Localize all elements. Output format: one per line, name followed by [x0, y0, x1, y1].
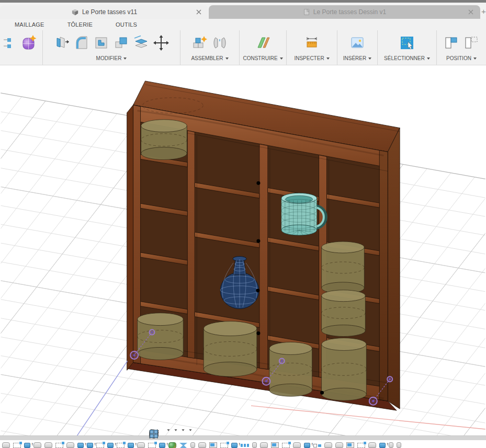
timeline-panel-icon[interactable] [209, 442, 217, 448]
timeline-panel-icon[interactable] [346, 442, 354, 448]
timeline-box-icon[interactable] [293, 442, 301, 448]
timeline-extrude-icon[interactable] [107, 443, 114, 448]
position-dropdown[interactable]: POSITION [446, 55, 477, 61]
cup-cylinder [322, 242, 365, 294]
fillet-icon[interactable] [72, 32, 92, 53]
menu-outils[interactable]: OUTILS [116, 21, 137, 28]
timeline-extrude-icon[interactable] [304, 443, 310, 448]
inspecter-dropdown[interactable]: INSPECTER [294, 55, 329, 61]
timeline-extrude-icon[interactable] [128, 443, 134, 448]
toolbar-group-selectionner: SÉLECTIONNER [378, 30, 437, 65]
x-axis-line [251, 406, 485, 429]
toolbar-group-inserer: INSÉRER [337, 30, 378, 65]
chevron-down-icon [473, 58, 477, 60]
chevron-down-icon [174, 429, 177, 431]
offset-face-icon[interactable] [131, 32, 151, 53]
toolbar-group-construire: CONSTRUIRE [240, 30, 287, 65]
select-icon[interactable] [397, 32, 417, 53]
timeline-box-icon[interactable] [137, 442, 145, 448]
timeline-box-icon[interactable] [2, 442, 10, 448]
timeline-extrude-icon[interactable] [87, 443, 93, 448]
timeline-small-icon[interactable] [389, 442, 393, 448]
timeline-sketch-icon[interactable] [117, 443, 125, 448]
tab-le-porte-tasses-v11[interactable]: Le Porte tasses v11 [0, 5, 208, 19]
menu-tolerie[interactable]: TÔLERIE [67, 21, 93, 28]
timeline-extrude-icon[interactable] [231, 443, 238, 448]
timeline-box-icon[interactable] [324, 442, 332, 448]
timeline-small-icon[interactable] [190, 442, 195, 448]
chevron-down-icon [368, 58, 371, 60]
press-pull-icon[interactable] [52, 32, 72, 53]
timeline-sketch-icon[interactable] [282, 443, 290, 448]
close-icon[interactable] [196, 9, 202, 15]
cup-cylinder [141, 120, 187, 160]
create-form-icon[interactable] [19, 32, 39, 53]
construire-dropdown[interactable]: CONSTRUIRE [243, 55, 282, 61]
timeline-extrude-icon[interactable] [24, 443, 30, 448]
timeline-box-icon[interactable] [33, 442, 41, 448]
combine-icon[interactable] [111, 32, 131, 53]
timeline-sketch-icon[interactable] [96, 443, 104, 448]
3d-scene [0, 65, 486, 435]
display-settings-button[interactable] [172, 428, 178, 432]
timeline-sketch-icon[interactable] [357, 443, 365, 448]
assembler-dropdown[interactable]: ASSEMBLER [191, 55, 228, 61]
timeline-extrude-icon[interactable] [379, 443, 386, 448]
toolbar-group-position: POSITION [437, 30, 486, 65]
timeline-form-icon[interactable] [168, 442, 176, 448]
toolbar-group-assembler: ASSEMBLER [180, 30, 240, 65]
selectionner-dropdown[interactable]: SÉLECTIONNER [384, 55, 430, 61]
chevron-down-icon [427, 58, 430, 60]
tab-title: Le Porte tasses v11 [82, 8, 137, 16]
timeline-box-icon[interactable] [198, 442, 206, 448]
z-axis-line [70, 361, 128, 435]
chevron-down-icon [280, 58, 283, 60]
insert-image-icon[interactable] [347, 32, 367, 53]
chevron-down-icon [189, 429, 191, 431]
zoom-button[interactable] [162, 429, 164, 431]
cup-cylinder [138, 313, 184, 360]
close-icon[interactable] [468, 9, 474, 15]
grid-settings-button[interactable] [179, 428, 186, 432]
move-copy-icon[interactable] [151, 32, 171, 53]
timeline-box-icon[interactable] [66, 442, 74, 448]
inserer-dropdown[interactable]: INSÉRER [343, 55, 371, 61]
joint-icon[interactable] [210, 32, 230, 53]
view-navigation-bar [148, 428, 193, 432]
capture-position-icon[interactable] [442, 32, 461, 53]
timeline-mirror-icon[interactable] [179, 443, 187, 448]
cup-cylinder [204, 321, 257, 377]
derive-icon[interactable] [4, 32, 19, 53]
timeline-sketch-icon[interactable] [220, 443, 228, 448]
shell-icon[interactable] [92, 32, 111, 53]
revert-position-icon[interactable] [461, 32, 481, 53]
timeline-small-icon[interactable] [397, 442, 401, 448]
timeline-sketch-icon[interactable] [148, 443, 156, 448]
timeline-extrude-icon[interactable] [159, 443, 165, 448]
measure-icon[interactable] [302, 32, 322, 53]
chevron-down-icon [225, 58, 229, 60]
viewports-button[interactable] [187, 428, 193, 432]
timeline-box-icon[interactable] [368, 442, 376, 448]
new-component-icon[interactable] [190, 32, 210, 53]
new-tab-button[interactable]: + [481, 7, 486, 17]
tab-le-porte-tasses-dessin-v1[interactable]: Le Porte tasses Dessin v1 [209, 5, 480, 19]
timeline-node-icon[interactable] [313, 442, 321, 448]
fit-button[interactable] [165, 428, 171, 432]
timeline-box-icon[interactable] [44, 442, 52, 448]
timeline-box-icon[interactable] [260, 442, 268, 448]
timeline-panel-icon[interactable] [271, 442, 279, 448]
timeline-box-icon[interactable] [335, 442, 343, 448]
menu-maillage[interactable]: MAILLAGE [15, 21, 44, 28]
timeline-extrude-icon[interactable] [77, 443, 84, 448]
timeline-pattern-icon[interactable] [241, 444, 249, 447]
construction-plane-icon[interactable] [253, 32, 273, 53]
modifier-dropdown[interactable]: MODIFIER [96, 55, 127, 61]
timeline-band[interactable] [0, 435, 486, 440]
timeline-small-icon[interactable] [252, 442, 257, 448]
timeline-row [0, 440, 486, 448]
3d-viewport-canvas[interactable] [0, 65, 486, 435]
timeline-sketch-icon[interactable] [55, 443, 63, 448]
cube-model-icon [71, 8, 79, 16]
timeline-sketch-icon[interactable] [13, 443, 21, 448]
